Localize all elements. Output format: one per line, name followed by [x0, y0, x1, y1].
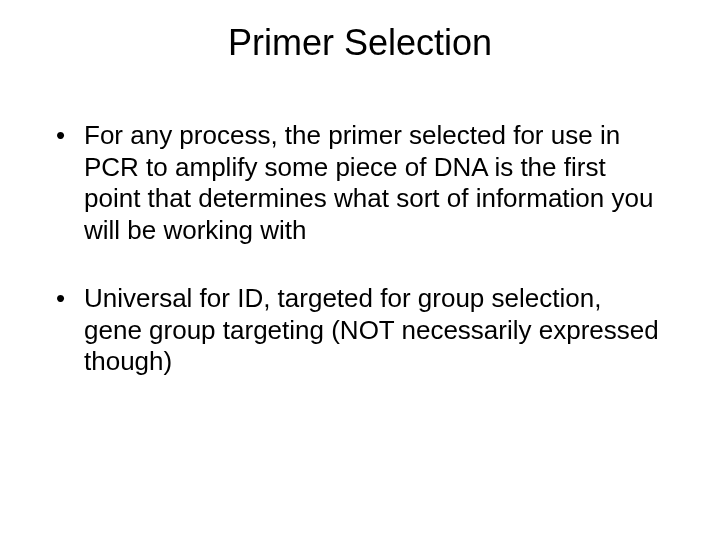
- slide-title: Primer Selection: [0, 22, 720, 64]
- list-item: Universal for ID, targeted for group sel…: [54, 283, 666, 378]
- slide: Primer Selection For any process, the pr…: [0, 0, 720, 540]
- bullet-list: For any process, the primer selected for…: [54, 120, 666, 378]
- list-item: For any process, the primer selected for…: [54, 120, 666, 247]
- slide-body: For any process, the primer selected for…: [54, 120, 666, 414]
